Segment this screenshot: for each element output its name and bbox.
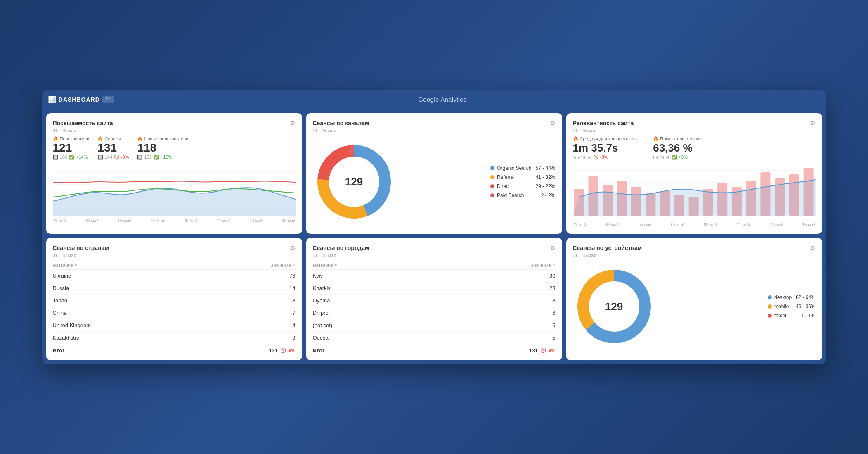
- metric-users-sub: 🔲 106 ✅ +14%: [53, 155, 90, 160]
- table-row: Dnipro 6: [313, 307, 556, 319]
- desktop-value: 82 · 64%: [796, 295, 815, 300]
- legend-organic: Organic Search 57 - 44%: [490, 165, 555, 171]
- metric-sessions-change: 🚫 -9%: [114, 155, 129, 160]
- rel-bounce: 🔥 Показатель отказов 63,36 % 69,44 % ✅ +…: [653, 136, 702, 160]
- countries-date: 01 - 15 мая: [53, 253, 296, 258]
- page-title: Google Analytics: [418, 96, 466, 103]
- logo: 📊 DASHBOARD 24: [48, 95, 114, 103]
- cities-date: 01 - 15 мая: [313, 253, 556, 258]
- metric-sessions-prev: 🔲 144: [97, 155, 112, 160]
- countries-footer-right: 131 🚫 -9%: [269, 347, 295, 354]
- rel-bounce-label: 🔥 Показатель отказов: [653, 136, 702, 142]
- relevance-date: 01 - 15 мая: [573, 128, 816, 133]
- traffic-card: Посещаемость сайта ⚙ 01 - 15 мая 🔥 Польз…: [46, 113, 302, 234]
- cities-title: Сеансы по городам: [313, 245, 369, 251]
- metric-users: 🔥 Пользователи 121 🔲 106 ✅ +14%: [53, 136, 90, 160]
- cities-col-name: Название ⇅: [313, 263, 435, 268]
- metric-new-prev: 🔲 103: [137, 155, 151, 160]
- cities-footer-label: Итог: [313, 347, 325, 354]
- paid-value: 2 - 2%: [541, 193, 556, 198]
- tablet-value: 1 · 1%: [801, 313, 815, 319]
- legend-direct: Direct 29 - 22%: [490, 183, 555, 189]
- channels-donut-wrap: 129: [313, 140, 395, 223]
- relevance-chart: [573, 164, 816, 222]
- referral-label: Referral: [497, 174, 531, 180]
- direct-value: 29 - 22%: [535, 183, 555, 189]
- channels-donut-container: 129 Organic Search 57 - 44% Referral 41 …: [313, 136, 556, 227]
- legend-referral: Referral 41 - 32%: [490, 174, 555, 180]
- relevance-card-header: Релевантность сайта ⚙: [573, 120, 816, 126]
- channels-legend: Organic Search 57 - 44% Referral 41 - 32…: [490, 165, 555, 198]
- cities-footer-right: 131 🚫 -9%: [529, 347, 555, 354]
- referral-value: 41 - 32%: [535, 174, 555, 180]
- metric-users-value: 121: [53, 142, 90, 155]
- legend-desktop: desktop 82 · 64%: [768, 295, 815, 300]
- table-row: Kharkiv 23: [313, 282, 556, 295]
- rel-duration: 🔥 Средняя длительность сеа... 1m 35.7s 1…: [573, 136, 641, 160]
- table-row: China 7: [53, 307, 296, 319]
- countries-title: Сеансы по странам: [53, 245, 109, 251]
- table-row: United Kingdom 4: [53, 319, 296, 332]
- countries-footer-value: 131: [269, 347, 278, 354]
- relevance-title: Релевантность сайта: [573, 120, 634, 126]
- metric-users-prev: 🔲 106: [53, 155, 67, 160]
- cities-table: Название ⇅ Значение ⇅: [313, 261, 556, 344]
- logo-icon: 📊: [48, 95, 56, 103]
- mobile-label: mobile: [774, 304, 792, 309]
- traffic-x-labels: 01 май 03 май 05 май 07 май 09 май 11 ма…: [53, 219, 296, 223]
- paid-dot: [490, 193, 494, 197]
- traffic-gear-icon[interactable]: ⚙: [290, 120, 296, 126]
- traffic-title: Посещаемость сайта: [53, 120, 113, 126]
- paid-label: Paid Search: [497, 193, 537, 198]
- rel-duration-sub: 1m 43.5s 🚫 -8%: [573, 155, 641, 160]
- desktop-dot: [768, 295, 772, 299]
- legend-paid: Paid Search 2 - 2%: [490, 193, 555, 198]
- traffic-chart: [53, 164, 296, 218]
- cities-sort-icon[interactable]: ⇅: [334, 263, 338, 267]
- channels-date: 01 - 15 мая: [313, 128, 556, 133]
- traffic-date: 01 - 15 мая: [53, 128, 296, 133]
- devices-total: 129: [605, 300, 623, 313]
- organic-dot: [490, 166, 494, 170]
- countries-footer-change: 🚫 -9%: [280, 348, 296, 353]
- countries-gear-icon[interactable]: ⚙: [290, 245, 296, 251]
- devices-date: 01 - 15 мая: [573, 253, 816, 258]
- tablet-dot: [768, 314, 772, 318]
- direct-dot: [490, 184, 494, 188]
- legend-mobile: mobile 46 · 36%: [768, 304, 815, 309]
- metric-new-users: 🔥 Новые пользователи 118 🔲 103 ✅ +15%: [137, 136, 188, 160]
- traffic-card-header: Посещаемость сайта ⚙: [53, 120, 296, 126]
- table-row: Oyama 8: [313, 295, 556, 307]
- direct-label: Direct: [497, 183, 531, 189]
- legend-tablet: tablet 1 · 1%: [768, 313, 815, 319]
- metric-users-change: ✅ +14%: [69, 155, 88, 160]
- devices-donut-container: 129 desktop 82 · 64% mobile 46 · 36%: [573, 261, 816, 352]
- dashboard-grid: Посещаемость сайта ⚙ 01 - 15 мая 🔥 Польз…: [42, 109, 826, 364]
- organic-label: Organic Search: [497, 165, 531, 171]
- channels-card-header: Сеансы по каналам ⚙: [313, 120, 556, 126]
- countries-value-sort-icon[interactable]: ⇅: [292, 263, 296, 267]
- cities-footer: Итог 131 🚫 -9%: [313, 344, 556, 354]
- countries-sort-icon[interactable]: ⇅: [74, 263, 78, 267]
- cities-gear-icon[interactable]: ⚙: [550, 245, 556, 251]
- countries-card: Сеансы по странам ⚙ 01 - 15 мая Название…: [46, 238, 302, 360]
- relevance-card: Релевантность сайта ⚙ 01 - 15 мая 🔥 Сред…: [566, 113, 822, 234]
- countries-footer: Итог 131 🚫 -9%: [53, 344, 296, 354]
- channels-total: 129: [345, 176, 363, 188]
- metric-sessions-value: 131: [97, 142, 129, 155]
- cities-value-sort-icon[interactable]: ⇅: [552, 263, 556, 267]
- devices-card: Сеансы по устройствам ⚙ 01 - 15 мая 129: [566, 238, 822, 360]
- devices-gear-icon[interactable]: ⚙: [810, 245, 816, 251]
- countries-footer-label: Итог: [53, 347, 65, 354]
- channels-gear-icon[interactable]: ⚙: [550, 120, 556, 126]
- cities-footer-value: 131: [529, 347, 538, 354]
- table-row: Kyiv 30: [313, 270, 556, 282]
- rel-duration-value: 1m 35.7s: [573, 142, 641, 155]
- countries-table: Название ⇅ Значение ⇅: [53, 261, 296, 344]
- cities-footer-change: 🚫 -9%: [540, 348, 556, 353]
- relevance-gear-icon[interactable]: ⚙: [810, 120, 816, 126]
- rel-bounce-sub: 69,44 % ✅ +9%: [653, 155, 702, 160]
- rel-duration-label: 🔥 Средняя длительность сеа...: [573, 136, 641, 142]
- devices-title: Сеансы по устройствам: [573, 245, 642, 251]
- tablet-label: tablet: [774, 313, 797, 319]
